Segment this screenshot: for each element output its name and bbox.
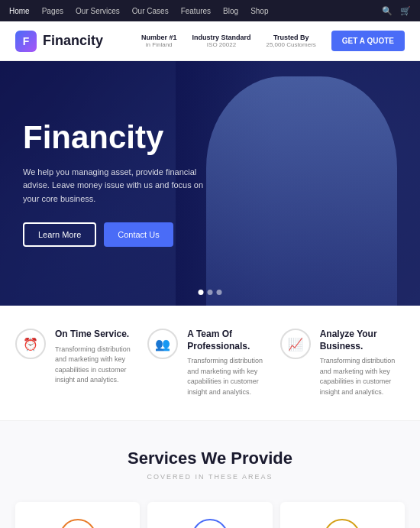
- hero-dots: [199, 290, 222, 295]
- logo-text: Financity: [43, 33, 103, 49]
- feature-analyze-title: Analyze Your Business.: [320, 329, 405, 352]
- chart-icon: 📈: [280, 329, 311, 359]
- hero-title: Financity: [23, 120, 206, 155]
- features-section: ⏰ On Time Service. Transforming distribu…: [0, 306, 420, 421]
- nav-home[interactable]: Home: [9, 7, 30, 15]
- feature-analyze: 📈 Analyze Your Business. Transforming di…: [280, 329, 405, 397]
- feature-on-time: ⏰ On Time Service. Transforming distribu…: [15, 329, 140, 397]
- stat-trusted: Trusted By 25,000 Customers: [266, 34, 315, 48]
- service-capital-markets: $ Capital Markets Providing insight-driv…: [15, 502, 140, 528]
- header-stats: Number #1 in Finland Industry Standard I…: [141, 31, 405, 51]
- feature-ontime-desc: Transforming distribution and marketing …: [55, 345, 140, 386]
- stat-industry: Industry Standard ISO 20022: [192, 34, 250, 48]
- blockchain-icon: [324, 519, 360, 528]
- service-insurance: Insurance Providing insight-driven trans…: [147, 502, 272, 528]
- insurance-icon: [192, 519, 228, 528]
- feature-team: 👥 A Team Of Professionals. Transforming …: [147, 329, 272, 397]
- services-title: Services We Provide: [15, 449, 405, 468]
- contact-us-button[interactable]: Contact Us: [104, 222, 173, 247]
- capital-markets-icon: $: [60, 519, 96, 528]
- nav-cases[interactable]: Our Cases: [132, 7, 169, 15]
- service-blockchain: Blockchain Providing insight-driven tran…: [280, 502, 405, 528]
- feature-analyze-desc: Transforming distribution and marketing …: [320, 356, 405, 397]
- nav-services[interactable]: Our Services: [76, 7, 120, 15]
- feature-ontime-title: On Time Service.: [55, 329, 140, 341]
- nav-shop[interactable]: Shop: [250, 7, 268, 15]
- dot-2[interactable]: [208, 290, 213, 295]
- dot-1[interactable]: [199, 290, 204, 295]
- hero-buttons: Learn More Contact Us: [23, 222, 206, 247]
- hero-content: Financity We help you managing asset, pr…: [0, 89, 229, 278]
- nav-features[interactable]: Features: [181, 7, 211, 15]
- stat-number1: Number #1 in Finland: [141, 34, 177, 48]
- services-subtitle: COVERED IN THESE AREAS: [15, 473, 405, 481]
- services-grid: $ Capital Markets Providing insight-driv…: [15, 502, 405, 528]
- nav-blog[interactable]: Blog: [223, 7, 238, 15]
- logo[interactable]: F Financity: [15, 31, 103, 52]
- cart-icon[interactable]: 🛒: [400, 6, 411, 16]
- top-navigation: Home Pages Our Services Our Cases Featur…: [0, 0, 420, 21]
- dot-3[interactable]: [217, 290, 222, 295]
- site-header: F Financity Number #1 in Finland Industr…: [0, 21, 420, 61]
- hero-section: Financity We help you managing asset, pr…: [0, 61, 420, 306]
- hero-subtitle: We help you managing asset, provide fina…: [23, 166, 206, 206]
- team-icon: 👥: [147, 329, 178, 359]
- feature-team-desc: Transforming distribution and marketing …: [187, 356, 272, 397]
- feature-team-title: A Team Of Professionals.: [187, 329, 272, 352]
- clock-icon: ⏰: [15, 329, 46, 359]
- nav-pages[interactable]: Pages: [42, 7, 63, 15]
- get-quote-button[interactable]: GET A QUOTE: [331, 31, 405, 51]
- learn-more-button[interactable]: Learn More: [23, 222, 96, 247]
- logo-icon: F: [15, 31, 37, 52]
- services-section: Services We Provide COVERED IN THESE ARE…: [0, 421, 420, 528]
- search-icon[interactable]: 🔍: [382, 6, 393, 16]
